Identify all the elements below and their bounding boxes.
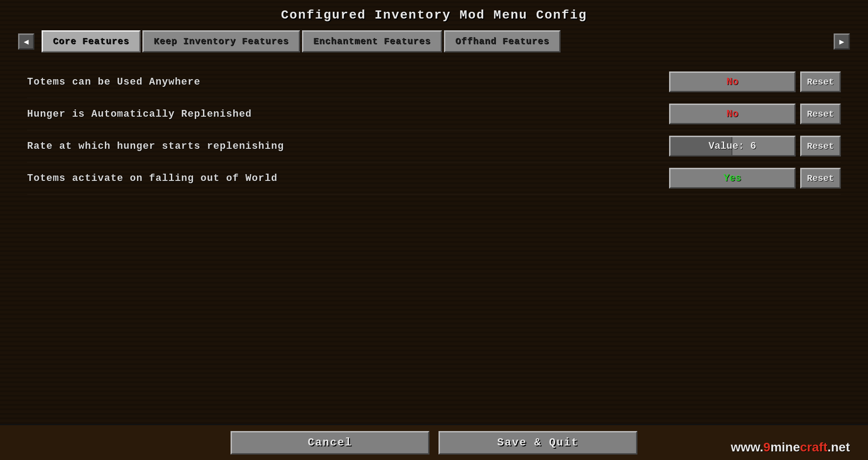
nav-left-arrow[interactable]: ◀ bbox=[18, 33, 34, 50]
cancel-button[interactable]: Cancel bbox=[231, 431, 429, 455]
setting-label-totems-fall: Totems activate on falling out of World bbox=[27, 173, 278, 184]
setting-label-hunger-rate: Rate at which hunger starts replenishing bbox=[27, 141, 284, 152]
watermark-mine: mine bbox=[770, 440, 800, 454]
main-container: Configured Inventory Mod Menu Config ◀ C… bbox=[0, 0, 868, 460]
reset-btn-hunger-rate[interactable]: Reset bbox=[800, 136, 841, 156]
tab-bar: ◀ Core Features Keep Inventory Features … bbox=[0, 30, 868, 52]
value-btn-hunger-rate[interactable]: Value: 6 bbox=[669, 136, 796, 156]
setting-row-hunger-replenished: Hunger is Automatically Replenished No R… bbox=[27, 98, 841, 130]
value-btn-totems-fall[interactable]: Yes bbox=[669, 168, 796, 189]
reset-btn-totems-fall[interactable]: Reset bbox=[800, 168, 841, 189]
setting-controls-totems-fall: Yes Reset bbox=[669, 168, 841, 189]
setting-controls-totems-anywhere: No Reset bbox=[669, 71, 841, 92]
value-btn-totems-anywhere[interactable]: No bbox=[669, 71, 796, 92]
setting-row-totems-fall: Totems activate on falling out of World … bbox=[27, 162, 841, 194]
settings-area: Totems can be Used Anywhere No Reset Hun… bbox=[0, 57, 868, 250]
watermark: www.9minecraft.net bbox=[731, 440, 850, 455]
save-quit-button[interactable]: Save & Quit bbox=[439, 431, 637, 455]
watermark-craft: craft bbox=[800, 440, 828, 454]
tab-keep-inventory[interactable]: Keep Inventory Features bbox=[142, 30, 300, 52]
tabs-container: Core Features Keep Inventory Features En… bbox=[34, 30, 834, 52]
setting-row-totems-anywhere: Totems can be Used Anywhere No Reset bbox=[27, 66, 841, 98]
setting-row-hunger-rate: Rate at which hunger starts replenishing… bbox=[27, 130, 841, 162]
nav-right-arrow[interactable]: ▶ bbox=[834, 33, 850, 50]
reset-btn-totems-anywhere[interactable]: Reset bbox=[800, 71, 841, 92]
watermark-nine: 9 bbox=[764, 440, 771, 454]
page-title: Configured Inventory Mod Menu Config bbox=[281, 8, 587, 22]
setting-label-hunger-replenished: Hunger is Automatically Replenished bbox=[27, 109, 252, 120]
tab-enchantment[interactable]: Enchantment Features bbox=[302, 30, 442, 52]
setting-label-totems-anywhere: Totems can be Used Anywhere bbox=[27, 76, 200, 88]
reset-btn-hunger-replenished[interactable]: Reset bbox=[800, 104, 841, 124]
tab-core[interactable]: Core Features bbox=[42, 30, 141, 52]
setting-controls-hunger-rate: Value: 6 Reset bbox=[669, 136, 841, 156]
value-btn-hunger-replenished[interactable]: No bbox=[669, 104, 796, 124]
slider-value-label: Value: 6 bbox=[670, 137, 794, 155]
setting-controls-hunger-replenished: No Reset bbox=[669, 104, 841, 124]
watermark-net: .net bbox=[827, 440, 850, 454]
tab-offhand[interactable]: Offhand Features bbox=[444, 30, 561, 52]
bottom-bar: Cancel Save & Quit www.9minecraft.net bbox=[0, 424, 868, 460]
watermark-www: www. bbox=[731, 440, 764, 454]
